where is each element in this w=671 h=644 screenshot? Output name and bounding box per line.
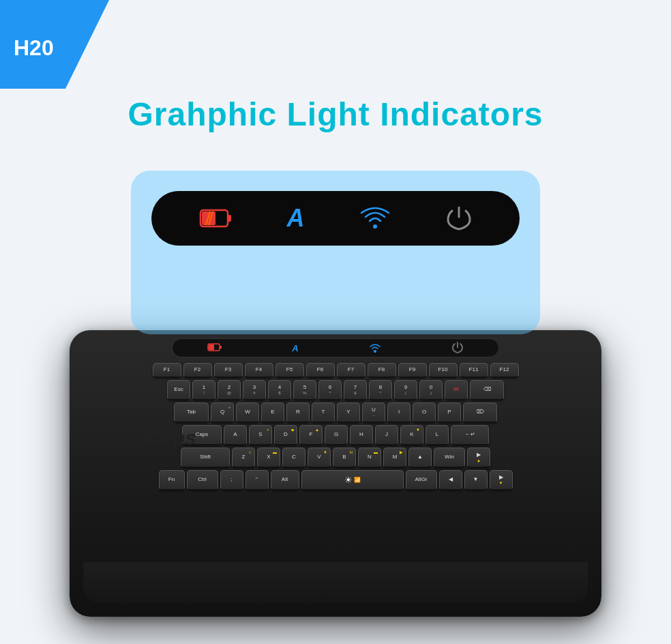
power-indicator: [445, 205, 473, 232]
key-8[interactable]: 8*: [369, 380, 392, 400]
key-z[interactable]: Z☆: [232, 448, 255, 468]
key-f2[interactable]: F2: [183, 363, 212, 378]
key-e[interactable]: E: [261, 402, 284, 423]
key-f3[interactable]: F3: [214, 363, 243, 378]
key-f[interactable]: F▲: [299, 425, 323, 445]
key-shift[interactable]: Shift: [181, 448, 230, 468]
caps-label: Cops: [145, 426, 196, 450]
key-win[interactable]: Win: [434, 448, 465, 468]
key-left[interactable]: ◀: [439, 470, 462, 491]
key-n[interactable]: N▬: [358, 448, 381, 468]
svg-rect-8: [209, 345, 214, 350]
fn-key-row: F1 F2 F3 F4 F5 F6 F7 F8 F9 F10 F11 F12: [83, 363, 588, 378]
kb-wifi-icon: [368, 342, 382, 354]
caps-indicator: A: [287, 204, 305, 233]
key-f1[interactable]: F1: [153, 363, 181, 378]
key-3[interactable]: 3#: [243, 380, 266, 400]
key-enter[interactable]: ←↵: [451, 425, 489, 445]
key-f4[interactable]: F4: [245, 363, 273, 378]
key-p[interactable]: P: [438, 402, 461, 423]
kb-power-icon: [451, 341, 464, 355]
key-x[interactable]: X▬: [257, 448, 280, 468]
key-v[interactable]: V▼: [308, 448, 331, 468]
key-esc[interactable]: Esc: [167, 380, 190, 400]
key-pg[interactable]: ▶▲: [467, 448, 490, 468]
key-l[interactable]: L: [426, 425, 449, 445]
key-f8[interactable]: F8: [368, 363, 396, 378]
key-7[interactable]: 7&: [344, 380, 367, 400]
row-1: Esc 1! 2@ 3# 4$ 5% 6^ 7& 8* 9( 0) IR ⌫: [83, 380, 588, 400]
key-t[interactable]: T: [312, 402, 335, 423]
key-y[interactable]: Y: [337, 402, 360, 423]
key-del[interactable]: ⌦: [463, 402, 497, 423]
indicator-bar: A: [151, 191, 520, 246]
keys-area: F1 F2 F3 F4 F5 F6 F7 F8 F9 F10 F11 F12 E…: [83, 363, 588, 559]
key-4[interactable]: 4$: [268, 380, 291, 400]
kb-battery-icon: [207, 342, 222, 353]
wifi-indicator: [359, 206, 391, 231]
key-alt[interactable]: Alt: [271, 470, 299, 491]
svg-point-9: [374, 350, 376, 353]
key-m[interactable]: M▶: [383, 448, 406, 468]
main-title: Grahphic Light Indicators: [0, 96, 671, 133]
key-altgr[interactable]: AltGr: [406, 470, 437, 491]
corner-tag-text: H20: [14, 35, 54, 61]
key-5[interactable]: 5%: [293, 380, 316, 400]
key-f10[interactable]: F10: [429, 363, 458, 378]
touchpad-area[interactable]: [83, 562, 588, 603]
row-4: Shift Z☆ X▬ C V▼ BN N▬ M▶ ▲ Win ▶▲: [83, 448, 588, 468]
key-u[interactable]: U~: [362, 402, 385, 423]
kb-indicator-bar: A: [172, 338, 499, 357]
key-punct1[interactable]: ;: [220, 470, 243, 491]
caps-letter: A: [287, 204, 305, 233]
battery-indicator: [199, 207, 233, 229]
key-ir[interactable]: IR: [445, 380, 468, 400]
key-right-2[interactable]: ▶▼: [490, 470, 513, 491]
key-a[interactable]: A: [224, 425, 247, 445]
key-f6[interactable]: F6: [306, 363, 335, 378]
key-backspace[interactable]: ⌫: [470, 380, 504, 400]
keyboard-wrapper: A F1 F2 F3 F4: [70, 330, 601, 617]
key-6[interactable]: 6^: [318, 380, 342, 400]
key-ctrl[interactable]: Ctrl: [187, 470, 218, 491]
key-i[interactable]: I: [387, 402, 411, 423]
key-q[interactable]: Q+: [211, 402, 234, 423]
svg-point-5: [373, 224, 377, 229]
key-tab[interactable]: Tab: [174, 402, 209, 423]
key-down[interactable]: ▼: [464, 470, 488, 491]
key-s[interactable]: S▪: [249, 425, 272, 445]
key-r[interactable]: R: [286, 402, 310, 423]
svg-rect-1: [228, 215, 231, 222]
key-f7[interactable]: F7: [337, 363, 366, 378]
kb-caps-icon: A: [292, 343, 298, 353]
key-fn[interactable]: Fn: [159, 470, 185, 491]
key-2[interactable]: 2@: [218, 380, 241, 400]
keyboard-body: A F1 F2 F3 F4: [70, 330, 601, 617]
key-space[interactable]: ☀ 📶: [301, 470, 404, 491]
key-k[interactable]: K▼: [400, 425, 423, 445]
key-punct2[interactable]: ": [245, 470, 269, 491]
svg-rect-7: [220, 346, 222, 349]
key-d[interactable]: D■: [274, 425, 297, 445]
key-j[interactable]: J: [375, 425, 398, 445]
indicator-panel: A: [131, 171, 540, 334]
key-f12[interactable]: F12: [490, 363, 519, 378]
corner-tag: H20: [0, 0, 109, 89]
key-w[interactable]: W: [236, 402, 259, 423]
key-f11[interactable]: F11: [460, 363, 488, 378]
key-c[interactable]: C: [282, 448, 305, 468]
key-1[interactable]: 1!: [192, 380, 215, 400]
key-b[interactable]: BN: [333, 448, 356, 468]
key-f5[interactable]: F5: [275, 363, 304, 378]
key-h[interactable]: H: [350, 425, 373, 445]
row-2: Tab Q+ W E R T Y U~ I O P ⌦: [83, 402, 588, 423]
key-9[interactable]: 9(: [394, 380, 417, 400]
key-g[interactable]: G: [325, 425, 348, 445]
key-up[interactable]: ▲: [408, 448, 432, 468]
key-f9[interactable]: F9: [398, 363, 427, 378]
key-0[interactable]: 0): [419, 380, 443, 400]
key-o[interactable]: O: [413, 402, 436, 423]
row-5: Fn Ctrl ; " Alt ☀ 📶 AltGr ◀ ▼ ▶▼: [83, 470, 588, 491]
